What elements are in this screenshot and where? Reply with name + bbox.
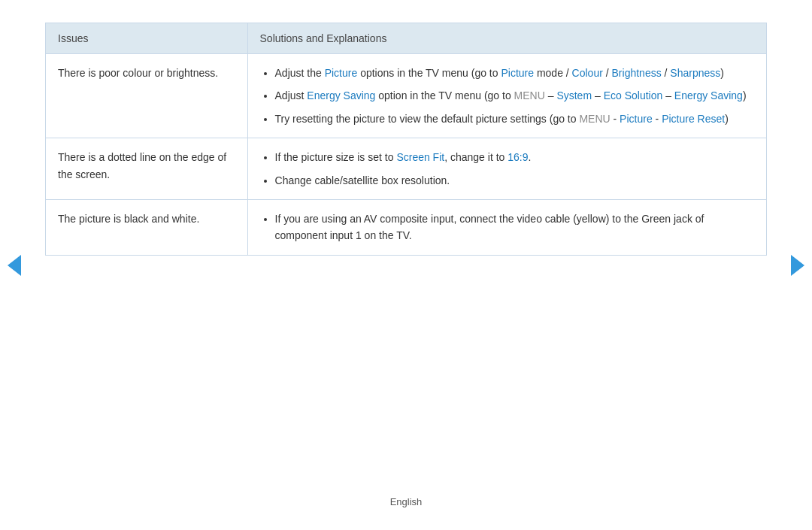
screen-fit-link[interactable]: Screen Fit: [396, 151, 444, 163]
solution-item-2-2: Change cable/satellite box resolution.: [275, 172, 754, 189]
table-row: There is a dotted line on the edge of th…: [46, 138, 767, 200]
solution-item-1-2: Adjust Energy Saving option in the TV me…: [275, 87, 754, 104]
footer-language: English: [390, 496, 423, 507]
av-composite-text: If you are using an AV composite input, …: [275, 213, 704, 241]
issue-cell-1: There is poor colour or brightness.: [46, 54, 248, 138]
solution-list-2: If the picture size is set to Screen Fit…: [260, 149, 754, 189]
menu-text-1: MENU: [514, 89, 545, 101]
energy-saving-link-2[interactable]: Energy Saving: [674, 89, 743, 101]
nav-arrow-left[interactable]: [8, 255, 21, 276]
nav-arrow-right[interactable]: [791, 255, 804, 276]
issues-column-header: Issues: [46, 23, 248, 54]
issue-text-3: The picture is black and white.: [58, 213, 199, 225]
ratio-16-9-link[interactable]: 16:9: [508, 151, 528, 163]
solution-cell-2: If the picture size is set to Screen Fit…: [247, 138, 766, 200]
menu-text-2: MENU: [579, 113, 610, 125]
issue-cell-2: There is a dotted line on the edge of th…: [46, 138, 248, 200]
brightness-link[interactable]: Brightness: [612, 67, 662, 79]
table-container: Issues Solutions and Explanations There …: [45, 23, 767, 256]
issue-cell-3: The picture is black and white.: [46, 199, 248, 255]
picture-link-3[interactable]: Picture: [620, 113, 653, 125]
system-link[interactable]: System: [556, 89, 592, 101]
picture-link-1[interactable]: Picture: [325, 67, 358, 79]
table-header-row: Issues Solutions and Explanations: [46, 23, 767, 54]
solutions-column-header: Solutions and Explanations: [247, 23, 766, 54]
issue-text-2: There is a dotted line on the edge of th…: [58, 151, 226, 180]
solution-cell-3: If you are using an AV composite input, …: [247, 199, 766, 255]
solution-list-3: If you are using an AV composite input, …: [260, 210, 754, 244]
sharpness-link[interactable]: Sharpness: [670, 67, 720, 79]
solution-cell-1: Adjust the Picture options in the TV men…: [247, 54, 766, 138]
picture-reset-link[interactable]: Picture Reset: [662, 113, 725, 125]
table-row: There is poor colour or brightness. Adju…: [46, 54, 767, 138]
issue-text-1: There is poor colour or brightness.: [58, 67, 218, 79]
solution-list-1: Adjust the Picture options in the TV men…: [260, 65, 754, 127]
cable-resolution-text: Change cable/satellite box resolution.: [275, 174, 450, 186]
eco-solution-link[interactable]: Eco Solution: [604, 89, 663, 101]
solution-item-1-1: Adjust the Picture options in the TV men…: [275, 65, 754, 81]
page-wrapper: Issues Solutions and Explanations There …: [0, 0, 812, 530]
issues-table: Issues Solutions and Explanations There …: [45, 23, 767, 256]
solution-item-1-3: Try resetting the picture to view the de…: [275, 111, 754, 127]
picture-link-2[interactable]: Picture: [501, 67, 534, 79]
solution-item-3-1: If you are using an AV composite input, …: [275, 210, 754, 244]
energy-saving-link-1[interactable]: Energy Saving: [307, 89, 375, 101]
table-row: The picture is black and white. If you a…: [46, 199, 767, 255]
colour-link[interactable]: Colour: [572, 67, 603, 79]
solution-item-2-1: If the picture size is set to Screen Fit…: [275, 149, 754, 165]
